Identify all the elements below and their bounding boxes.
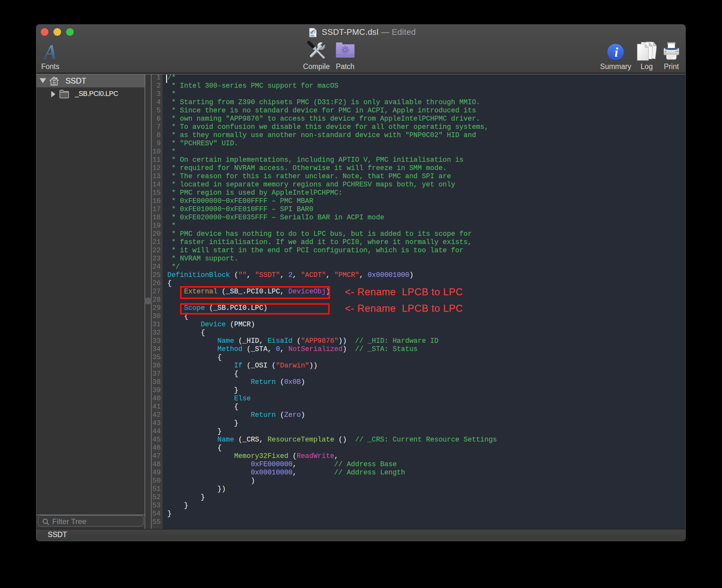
svg-text:i: i	[614, 45, 618, 60]
svg-text:DSL: DSL	[311, 35, 315, 37]
